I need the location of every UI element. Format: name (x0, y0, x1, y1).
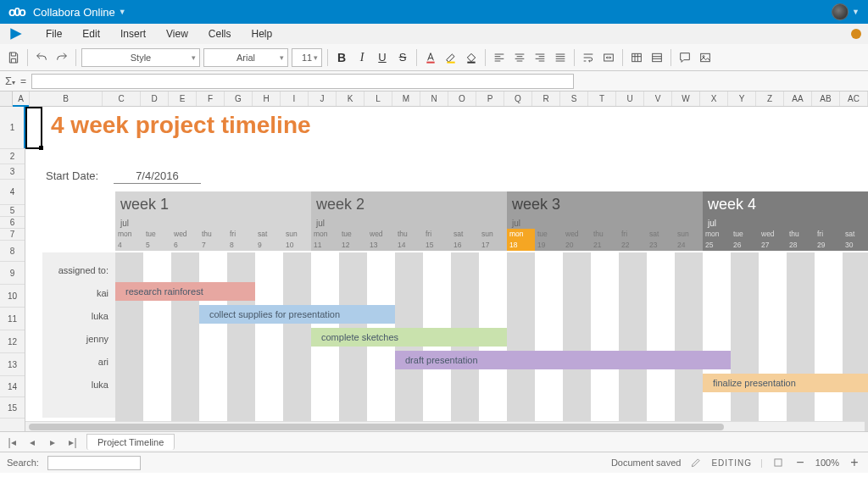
column-header[interactable]: C (103, 92, 141, 106)
assignee-cell[interactable]: kai (47, 282, 115, 303)
column-header[interactable]: AC (840, 92, 868, 106)
column-header[interactable]: E (169, 92, 197, 106)
task-bar[interactable]: draft presentation (395, 351, 731, 369)
bold-icon[interactable]: B (333, 49, 350, 66)
column-header[interactable]: AB (812, 92, 840, 106)
insert-comment-icon[interactable] (676, 49, 693, 66)
next-sheet-icon[interactable]: ▸ (46, 436, 59, 448)
row-header[interactable]: 9 (0, 262, 25, 285)
row-header[interactable]: 10 (0, 285, 25, 308)
menu-cells[interactable]: Cells (209, 28, 231, 40)
font-select[interactable]: Arial (203, 48, 288, 67)
task-bar[interactable]: finalize presentation (703, 374, 868, 392)
column-header[interactable]: R (532, 92, 560, 106)
column-header[interactable]: B (30, 92, 103, 106)
insert-image-icon[interactable] (697, 49, 714, 66)
first-sheet-icon[interactable]: |◂ (5, 436, 19, 448)
row-header[interactable]: 2 (0, 149, 25, 164)
zoom-in-icon[interactable]: + (848, 456, 861, 469)
column-header[interactable]: AA (784, 92, 812, 106)
number-format-icon[interactable] (628, 49, 645, 66)
menu-file[interactable]: File (46, 28, 62, 40)
column-header[interactable]: H (253, 92, 281, 106)
row-header[interactable]: 1 (0, 107, 25, 149)
assignee-cell[interactable]: ari (47, 351, 115, 372)
align-left-icon[interactable] (491, 49, 508, 66)
task-bar[interactable]: research rainforest (115, 282, 255, 301)
column-header[interactable]: D (141, 92, 169, 106)
sheet-tab[interactable]: Project Timeline (86, 434, 175, 450)
task-bar[interactable]: collect supplies for presentation (199, 305, 395, 324)
column-header[interactable]: W (672, 92, 700, 106)
font-color-icon[interactable] (422, 49, 439, 66)
row-header[interactable]: 7 (0, 229, 25, 241)
cell-area[interactable]: 4 week project timeline Start Date: 7/4/… (25, 107, 868, 431)
undo-icon[interactable] (33, 49, 50, 66)
column-header[interactable]: K (337, 92, 364, 106)
select-all-corner[interactable] (0, 92, 13, 106)
spreadsheet-grid[interactable]: 123456789101112131415 4 week project tim… (0, 107, 868, 431)
row-header[interactable]: 13 (0, 353, 25, 376)
last-sheet-icon[interactable]: ▸| (66, 436, 80, 448)
strike-icon[interactable]: S (394, 49, 411, 66)
row-header[interactable]: 11 (0, 308, 25, 330)
start-date-value[interactable]: 7/4/2016 (114, 169, 201, 184)
align-center-icon[interactable] (511, 49, 528, 66)
column-header[interactable]: T (588, 92, 616, 106)
search-input[interactable] (47, 456, 141, 470)
row-header[interactable]: 4 (0, 180, 25, 205)
italic-icon[interactable]: I (353, 49, 370, 66)
column-header[interactable]: Z (756, 92, 784, 106)
edit-mode-icon[interactable] (689, 456, 703, 469)
column-header[interactable]: S (560, 92, 588, 106)
prev-sheet-icon[interactable]: ◂ (25, 436, 39, 448)
column-header[interactable]: X (700, 92, 728, 106)
column-header[interactable]: G (225, 92, 253, 106)
column-header[interactable]: Y (728, 92, 756, 106)
row-header[interactable]: 14 (0, 376, 25, 397)
currency-icon[interactable] (648, 49, 665, 66)
align-justify-icon[interactable] (552, 49, 569, 66)
bg-color-icon[interactable] (463, 49, 480, 66)
menu-insert[interactable]: Insert (120, 28, 146, 40)
row-header[interactable]: 8 (0, 241, 25, 262)
task-bar[interactable]: complete sketches (311, 328, 507, 347)
row-header[interactable]: 5 (0, 205, 25, 217)
row-header[interactable]: 12 (0, 330, 25, 353)
row-header[interactable]: 15 (0, 397, 25, 419)
column-header[interactable]: F (197, 92, 225, 106)
column-header[interactable]: Q (504, 92, 532, 106)
avatar[interactable] (832, 3, 849, 20)
column-header[interactable]: V (644, 92, 672, 106)
assignee-cell[interactable]: luka (47, 374, 115, 395)
column-header[interactable]: J (309, 92, 337, 106)
font-size-select[interactable]: 11 (292, 48, 322, 67)
redo-icon[interactable] (53, 49, 70, 66)
zoom-fit-icon[interactable] (771, 456, 785, 469)
row-header[interactable]: 3 (0, 164, 25, 180)
formula-input[interactable] (31, 74, 574, 89)
assignee-cell[interactable]: luka (47, 305, 115, 326)
row-header[interactable] (0, 419, 25, 431)
column-header[interactable]: A (13, 92, 30, 106)
menu-view[interactable]: View (166, 28, 188, 40)
autosum-icon[interactable]: Σ▾ (5, 75, 15, 87)
save-icon[interactable] (5, 49, 22, 66)
horizontal-scrollbar[interactable] (25, 421, 865, 431)
column-header[interactable]: O (448, 92, 476, 106)
menu-edit[interactable]: Edit (82, 28, 100, 40)
merge-cells-icon[interactable] (600, 49, 617, 66)
column-header[interactable]: U (616, 92, 644, 106)
assignee-cell[interactable]: jenny (47, 328, 115, 349)
align-right-icon[interactable] (531, 49, 548, 66)
column-header[interactable]: P (476, 92, 504, 106)
zoom-out-icon[interactable]: − (793, 456, 807, 469)
wrap-text-icon[interactable] (580, 49, 597, 66)
app-menu-caret-icon[interactable]: ▼ (119, 8, 126, 16)
column-header[interactable]: I (281, 92, 309, 106)
row-header[interactable]: 6 (0, 217, 25, 229)
column-header[interactable]: N (420, 92, 448, 106)
column-header[interactable]: M (392, 92, 420, 106)
menu-help[interactable]: Help (252, 28, 273, 40)
underline-icon[interactable]: U (374, 49, 391, 66)
